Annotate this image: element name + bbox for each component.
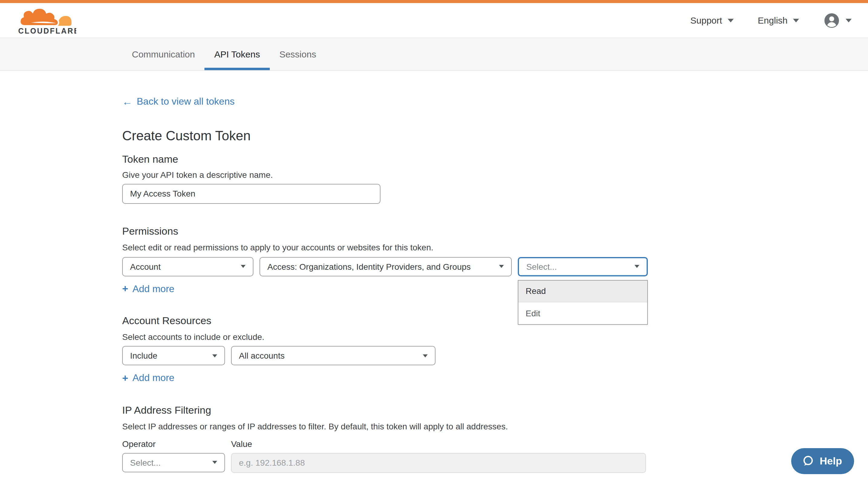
user-avatar-icon — [825, 13, 839, 28]
permissions-heading: Permissions — [122, 225, 868, 237]
account-menu[interactable] — [825, 13, 852, 28]
permission-level-wrap: Select... Read Edit — [518, 257, 648, 276]
chevron-down-icon — [793, 19, 799, 22]
chevron-down-icon — [241, 265, 246, 268]
menu-option-edit[interactable]: Edit — [518, 302, 647, 324]
tab-sessions[interactable]: Sessions — [270, 38, 326, 70]
profile-tab-bar: Communication API Tokens Sessions — [0, 37, 868, 71]
page-title: Create Custom Token — [122, 128, 868, 143]
cloudflare-logo-icon[interactable]: CLOUDFLARE — [18, 6, 76, 34]
back-link-label: Back to view all tokens — [137, 96, 235, 107]
chevron-down-icon — [728, 19, 734, 22]
value-label: Value — [231, 439, 252, 448]
ip-filtering-row: Select... — [122, 453, 868, 473]
chevron-down-icon — [212, 354, 217, 357]
plus-icon: + — [122, 373, 128, 383]
permissions-row: Account Access: Organizations, Identity … — [122, 257, 868, 276]
ip-filtering-heading: IP Address Filtering — [122, 404, 868, 416]
permission-group-value: Access: Organizations, Identity Provider… — [267, 262, 471, 271]
header-right: Support English — [690, 13, 852, 28]
chevron-down-icon — [499, 265, 504, 268]
resource-accounts-value: All accounts — [239, 351, 285, 360]
support-label: Support — [690, 15, 722, 25]
ip-filtering-labels: Operator Value — [122, 439, 868, 448]
brand-accent-bar — [0, 0, 868, 3]
token-name-heading: Token name — [122, 153, 868, 165]
back-to-tokens-link[interactable]: ← Back to view all tokens — [122, 96, 235, 107]
help-button-label: Help — [819, 455, 842, 467]
permission-level-placeholder: Select... — [526, 262, 557, 271]
resource-mode-value: Include — [130, 351, 157, 360]
resource-mode-select[interactable]: Include — [122, 346, 225, 365]
tab-api-tokens[interactable]: API Tokens — [205, 38, 270, 70]
chat-bubble-icon — [802, 455, 814, 468]
account-resources-add-more-link[interactable]: + Add more — [122, 373, 175, 383]
support-menu[interactable]: Support — [690, 15, 734, 25]
plus-icon: + — [122, 284, 128, 294]
header: CLOUDFLARE Support English — [0, 3, 868, 37]
help-button[interactable]: Help — [791, 448, 854, 474]
permission-category-select[interactable]: Account — [122, 257, 253, 276]
token-name-description: Give your API token a descriptive name. — [122, 170, 868, 179]
account-resources-heading: Account Resources — [122, 315, 868, 327]
account-resources-description: Select accounts to include or exclude. — [122, 332, 868, 342]
permission-level-menu: Read Edit — [518, 280, 648, 324]
operator-label: Operator — [122, 439, 225, 448]
chevron-down-icon — [634, 265, 639, 268]
token-name-input[interactable] — [122, 184, 380, 203]
menu-option-read[interactable]: Read — [518, 280, 647, 302]
ip-operator-placeholder: Select... — [130, 457, 161, 467]
permissions-description: Select edit or read permissions to apply… — [122, 242, 868, 252]
chevron-down-icon — [212, 461, 217, 464]
permission-group-select[interactable]: Access: Organizations, Identity Provider… — [259, 257, 512, 276]
permission-category-value: Account — [130, 262, 161, 271]
cloudflare-dashboard: CLOUDFLARE Support English Communicat — [0, 0, 868, 482]
ip-filtering-description: Select IP addresses or ranges of IP addr… — [122, 421, 868, 431]
chevron-down-icon — [423, 354, 428, 357]
language-label: English — [758, 15, 787, 25]
account-resources-row: Include All accounts — [122, 346, 868, 365]
ip-value-input[interactable] — [231, 453, 646, 473]
tab-communication[interactable]: Communication — [122, 38, 205, 70]
add-more-label: Add more — [132, 373, 175, 383]
main-content: ← Back to view all tokens Create Custom … — [0, 71, 868, 473]
back-arrow-icon: ← — [122, 96, 132, 107]
ip-operator-select[interactable]: Select... — [122, 453, 225, 472]
add-more-label: Add more — [132, 283, 175, 294]
permissions-add-more-link[interactable]: + Add more — [122, 283, 175, 294]
chevron-down-icon — [846, 19, 852, 22]
permission-level-select[interactable]: Select... — [518, 257, 648, 276]
language-menu[interactable]: English — [758, 15, 799, 25]
resource-accounts-select[interactable]: All accounts — [231, 346, 435, 365]
logo-wordmark: CLOUDFLARE — [18, 26, 76, 34]
